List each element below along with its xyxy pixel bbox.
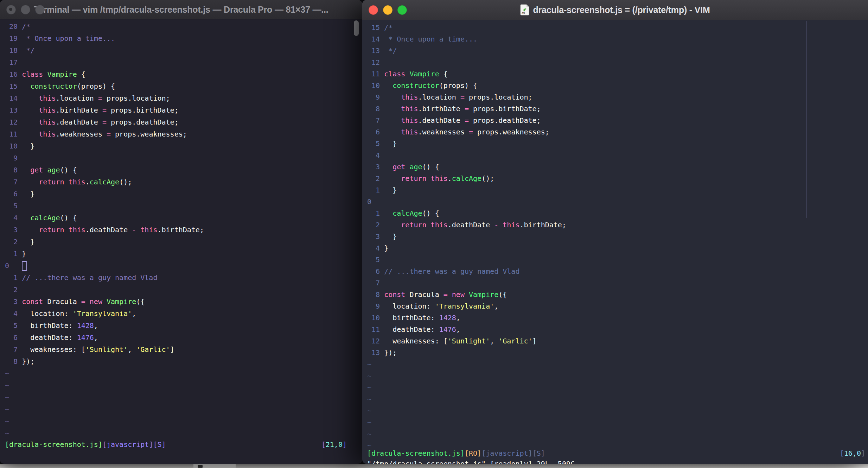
line-number: 3 [367, 161, 380, 173]
code-line: 13}); [367, 347, 868, 359]
code-line: 13 this.birthDate = props.birthDate; [5, 104, 362, 116]
code-text: const Dracula = new Vampire({ [22, 296, 145, 308]
line-number: 13 [5, 104, 18, 116]
code-text: calcAge() { [22, 212, 77, 224]
code-text: return this.deathDate - this.birthDate; [22, 224, 204, 236]
line-number: 15 [5, 80, 18, 92]
code-line: 14 this.location = props.location; [5, 92, 362, 104]
ruler-text: 16,0 [844, 449, 861, 457]
code-text: calcAge() { [384, 208, 439, 219]
code-text: } [22, 236, 34, 248]
close-button[interactable] [369, 5, 378, 15]
code-line: 9 location: 'Transylvania', [367, 301, 868, 312]
line-number: 0 [5, 260, 18, 272]
code-line: 0 [367, 196, 868, 208]
line-number: 1 [5, 272, 18, 284]
traffic-lights[interactable] [369, 0, 407, 20]
vim-editor-area-left[interactable]: 20/*19 * Once upon a time...18 */1716cla… [0, 19, 362, 464]
line-number: 6 [367, 266, 380, 277]
code-text: * Once upon a time... [22, 32, 115, 44]
zoom-button[interactable] [397, 5, 407, 15]
empty-line-tilde: ~ [5, 427, 362, 439]
code-line: 14 * Once upon a time... [367, 33, 868, 45]
code-text: }); [384, 347, 397, 359]
minimize-button[interactable] [21, 5, 30, 14]
code-line: 1// ...there was a guy named Vlad [5, 272, 362, 284]
code-text: deathDate: 1476, [22, 331, 98, 343]
macvim-titlebar[interactable]: JS dracula-screenshot.js = (/private/tmp… [362, 0, 868, 20]
line-number: 3 [5, 224, 18, 236]
statusline-flags-left: [dracula-screenshot.js][javascript][S] [5, 438, 166, 450]
line-number: 9 [367, 91, 380, 103]
code-line: 19 * Once upon a time... [5, 32, 362, 44]
code-text: const Dracula = new Vampire({ [384, 289, 507, 301]
code-line: 2 return this.deathDate - this.birthDate… [367, 219, 868, 231]
line-number: 11 [367, 68, 380, 80]
code-line: 17 [5, 56, 362, 68]
line-number: 7 [5, 343, 18, 355]
ruler-text: [ [840, 449, 844, 457]
code-line: 10 constructor(props) { [367, 80, 868, 91]
code-text: // ...there was a guy named Vlad [22, 272, 157, 284]
code-line: 10 birthDate: 1428, [367, 312, 868, 324]
macvim-window[interactable]: JS dracula-screenshot.js = (/private/tmp… [362, 0, 868, 464]
background-window-mark [198, 465, 203, 468]
line-number: 10 [367, 80, 380, 91]
code-text: * Once upon a time... [384, 33, 477, 45]
empty-line-tilde: ~ [367, 382, 868, 393]
line-number: 10 [5, 140, 18, 152]
line-number: 9 [367, 301, 380, 312]
code-area-right[interactable]: 15/*14 * Once upon a time...13 */1211cla… [362, 20, 868, 451]
code-line: 0 [5, 260, 362, 272]
line-number: 4 [367, 150, 380, 161]
code-line: 4 calcAge() { [5, 212, 362, 224]
minimize-button[interactable] [383, 5, 392, 15]
code-text: get age() { [384, 161, 439, 173]
code-line: 12 this.deathDate = props.deathDate; [5, 116, 362, 128]
line-number: 8 [367, 103, 380, 115]
code-text [22, 260, 27, 272]
code-text: this.weaknesses = props.weaknesses; [22, 128, 187, 140]
scrollbar-thumb[interactable] [354, 20, 359, 36]
vim-statusline-left: [dracula-screenshot.js][javascript][S] [… [5, 438, 347, 450]
line-number: 8 [5, 355, 18, 367]
code-line: 4} [367, 242, 868, 254]
code-line: 2 return this.calcAge(); [367, 173, 868, 184]
line-number: 5 [367, 254, 380, 266]
code-text: } [22, 248, 26, 260]
line-number: 13 [367, 347, 380, 359]
ruler-right: [16,0] [840, 448, 865, 459]
line-number: 2 [5, 284, 18, 296]
desktop: Terminal — vim /tmp/dracula-screenshot.j… [0, 0, 868, 468]
line-number: 2 [367, 173, 380, 184]
line-number: 2 [5, 236, 18, 248]
traffic-lights[interactable] [6, 0, 45, 19]
empty-line-tilde: ~ [367, 417, 868, 428]
code-line: 18 */ [5, 44, 362, 56]
ruler-left: [21,0] [321, 438, 347, 450]
code-line: 3 return this.deathDate - this.birthDate… [5, 224, 362, 236]
line-number: 17 [5, 56, 18, 68]
code-line: 9 [5, 152, 362, 164]
line-number: 0 [367, 196, 380, 208]
close-button[interactable] [6, 5, 16, 14]
code-line: 6 } [5, 188, 362, 200]
code-line: 15 constructor(props) { [5, 80, 362, 92]
ruler-text: ] [861, 449, 865, 457]
line-number: 9 [5, 152, 18, 164]
vim-editor-area-right[interactable]: 15/*14 * Once upon a time...13 */1211cla… [362, 20, 868, 464]
statusline-flag: [dracula-screenshot.js] [5, 440, 102, 449]
code-text: location: 'Transylvania', [384, 301, 498, 312]
code-line: 7 weaknesses: ['Sunlight', 'Garlic'] [5, 343, 362, 355]
statusline-flag: [S] [153, 440, 166, 449]
code-text: class Vampire { [384, 68, 448, 80]
code-line: 6// ...there was a guy named Vlad [367, 266, 868, 277]
empty-line-tilde: ~ [5, 415, 362, 427]
code-text: this.birthDate = props.birthDate; [384, 103, 541, 115]
terminal-titlebar[interactable]: Terminal — vim /tmp/dracula-screenshot.j… [0, 0, 362, 19]
zoom-button[interactable] [35, 5, 45, 14]
code-area-left[interactable]: 20/*19 * Once upon a time...18 */1716cla… [0, 19, 362, 439]
terminal-window[interactable]: Terminal — vim /tmp/dracula-screenshot.j… [0, 0, 362, 464]
code-line: 9 this.location = props.location; [367, 91, 868, 103]
code-text: weaknesses: ['Sunlight', 'Garlic'] [384, 335, 537, 347]
